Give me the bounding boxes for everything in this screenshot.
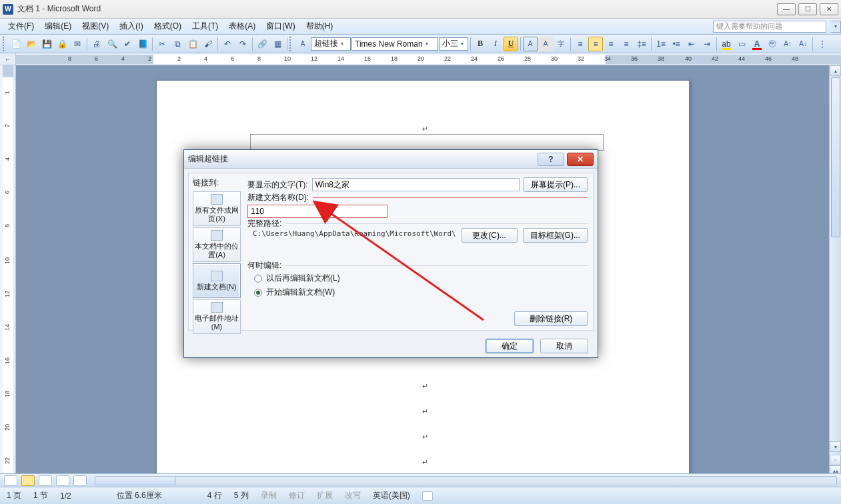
toolbar-grip-icon[interactable] xyxy=(3,37,7,51)
toolbar-grip-icon[interactable] xyxy=(289,37,293,51)
ok-button[interactable]: 确定 xyxy=(486,339,534,353)
remove-link-button[interactable]: 删除链接(R) xyxy=(514,311,588,326)
status-track[interactable]: 修订 xyxy=(289,490,305,501)
menu-insert[interactable]: 插入(I) xyxy=(114,19,148,33)
scroll-up-icon[interactable]: ▴ xyxy=(830,65,841,76)
styles-pane-icon[interactable]: A xyxy=(295,37,310,51)
open-icon[interactable]: 📂 xyxy=(24,37,39,51)
save-icon[interactable]: 💾 xyxy=(39,37,54,51)
menu-tools[interactable]: 工具(T) xyxy=(187,19,223,33)
radio-edit-later[interactable]: 以后再编辑新文档(L) xyxy=(254,273,588,284)
line-spacing-icon[interactable]: ‡≡ xyxy=(634,37,649,51)
newdoc-name-label: 新建文档名称(D): xyxy=(247,192,313,203)
vertical-scrollbar[interactable]: ▴ ▾ ◦ ▴▴ ▾▾ xyxy=(829,65,841,487)
bold-button[interactable]: B xyxy=(473,37,488,51)
indent-icon[interactable]: ⇥ xyxy=(700,37,714,51)
scroll-thumb[interactable] xyxy=(831,77,840,237)
asian-layout-icon[interactable]: ㊥ xyxy=(765,37,780,51)
new-doc-icon[interactable]: 📄 xyxy=(9,37,23,51)
italic-button[interactable]: I xyxy=(488,37,503,51)
print-preview-icon[interactable]: 🔍 xyxy=(105,37,119,51)
font-value: Times New Roman xyxy=(355,39,423,49)
toolbar-options-icon[interactable]: ⋮ xyxy=(815,37,830,51)
table-icon[interactable]: ▦ xyxy=(270,37,285,51)
horizontal-ruler[interactable]: ⌐ 2 4 6 8 246810121416182022242628303234… xyxy=(0,53,841,65)
scroll-thumb[interactable] xyxy=(95,477,175,485)
browse-object-icon[interactable]: ◦ xyxy=(830,455,841,465)
linkto-place-in-doc[interactable]: 本文档中的位置(A) xyxy=(193,227,241,262)
status-overwrite[interactable]: 改写 xyxy=(345,490,361,501)
font-selector[interactable]: Times New Roman▾ xyxy=(351,37,438,51)
maximize-button[interactable]: ☐ xyxy=(798,3,817,15)
scroll-down-icon[interactable]: ▾ xyxy=(830,441,841,452)
underline-button[interactable]: U xyxy=(504,37,518,51)
table-frame[interactable] xyxy=(250,134,604,151)
status-extend[interactable]: 扩展 xyxy=(317,490,333,501)
bullets-icon[interactable]: •≡ xyxy=(669,37,684,51)
char-shading-icon[interactable]: A xyxy=(538,37,553,51)
display-text-input[interactable] xyxy=(312,178,520,191)
border-icon[interactable]: ▭ xyxy=(734,37,749,51)
reading-view-button[interactable] xyxy=(73,475,87,486)
radio-edit-now[interactable]: 开始编辑新文档(W) xyxy=(254,287,588,298)
spellcheck-icon[interactable]: ✔ xyxy=(120,37,135,51)
align-center-icon[interactable]: ≡ xyxy=(588,37,603,51)
menu-window[interactable]: 窗口(W) xyxy=(261,19,300,33)
change-path-button[interactable]: 更改(C)... xyxy=(462,228,518,243)
status-record[interactable]: 录制 xyxy=(261,490,277,501)
hyperlink-icon[interactable]: 🔗 xyxy=(255,37,269,51)
dialog-help-button[interactable]: ? xyxy=(538,153,564,166)
mail-icon[interactable]: ✉ xyxy=(70,37,85,51)
horizontal-scrollbar[interactable] xyxy=(95,476,837,485)
font-color-icon[interactable]: A xyxy=(750,37,764,51)
dialog-close-button[interactable]: ✕ xyxy=(567,153,594,166)
char-scale-icon[interactable]: 字 xyxy=(554,37,568,51)
print-icon[interactable]: 🖨 xyxy=(89,37,104,51)
char-border-icon[interactable]: A xyxy=(523,37,538,51)
align-justify-icon[interactable]: ≡ xyxy=(619,37,634,51)
status-language[interactable]: 英语(美国) xyxy=(373,490,410,501)
cancel-button[interactable]: 取消 xyxy=(540,339,588,353)
format-painter-icon[interactable]: 🖌 xyxy=(201,37,215,51)
font-size-selector[interactable]: 小三▾ xyxy=(439,37,468,51)
redo-icon[interactable]: ↷ xyxy=(235,37,250,51)
menu-edit[interactable]: 编辑(E) xyxy=(39,19,77,33)
web-layout-view-button[interactable] xyxy=(39,475,52,486)
align-right-icon[interactable]: ≡ xyxy=(604,37,618,51)
target-frame-button[interactable]: 目标框架(G)... xyxy=(523,228,588,243)
menu-help[interactable]: 帮助(H) xyxy=(301,19,339,33)
align-left-icon[interactable]: ≡ xyxy=(573,37,588,51)
undo-icon[interactable]: ↶ xyxy=(220,37,235,51)
menu-view[interactable]: 视图(V) xyxy=(77,19,114,33)
linkto-email[interactable]: 电子邮件地址(M) xyxy=(193,299,241,334)
menu-file[interactable]: 文件(F) xyxy=(3,19,39,33)
shrink-font-icon[interactable]: A↓ xyxy=(796,37,810,51)
paste-icon[interactable]: 📋 xyxy=(185,37,200,51)
help-dropdown-icon[interactable]: ▾ xyxy=(830,21,841,33)
permission-icon[interactable]: 🔒 xyxy=(55,37,69,51)
dialog-titlebar[interactable]: 编辑超链接 ? ✕ xyxy=(184,150,598,169)
menu-format[interactable]: 格式(O) xyxy=(149,19,187,33)
outline-view-button[interactable] xyxy=(56,475,69,486)
status-book-icon[interactable] xyxy=(422,491,433,501)
help-search-input[interactable]: 键入需要帮助的问题 xyxy=(713,21,826,33)
screentip-button[interactable]: 屏幕提示(P)... xyxy=(524,177,588,192)
cut-icon[interactable]: ✂ xyxy=(155,37,169,51)
newdoc-name-input[interactable] xyxy=(247,205,387,218)
outdent-icon[interactable]: ⇤ xyxy=(684,37,699,51)
highlight-icon[interactable]: ab xyxy=(719,37,734,51)
vertical-ruler[interactable]: 1246810121416182022 xyxy=(0,65,16,487)
numbering-icon[interactable]: 1≡ xyxy=(654,37,668,51)
print-layout-view-button[interactable] xyxy=(21,475,35,486)
copy-icon[interactable]: ⧉ xyxy=(170,37,185,51)
close-button[interactable]: ✕ xyxy=(820,3,838,15)
minimize-button[interactable]: — xyxy=(777,3,796,15)
linkto-existing-file[interactable]: 原有文件或网页(X) xyxy=(193,191,241,226)
style-selector[interactable]: 超链接▾ xyxy=(311,37,351,51)
toolbar-separator xyxy=(470,37,471,51)
normal-view-button[interactable] xyxy=(4,475,17,486)
research-icon[interactable]: 📘 xyxy=(135,37,150,51)
grow-font-icon[interactable]: A↑ xyxy=(780,37,795,51)
linkto-new-document[interactable]: 新建文档(N) xyxy=(193,263,241,298)
menu-table[interactable]: 表格(A) xyxy=(223,19,261,33)
